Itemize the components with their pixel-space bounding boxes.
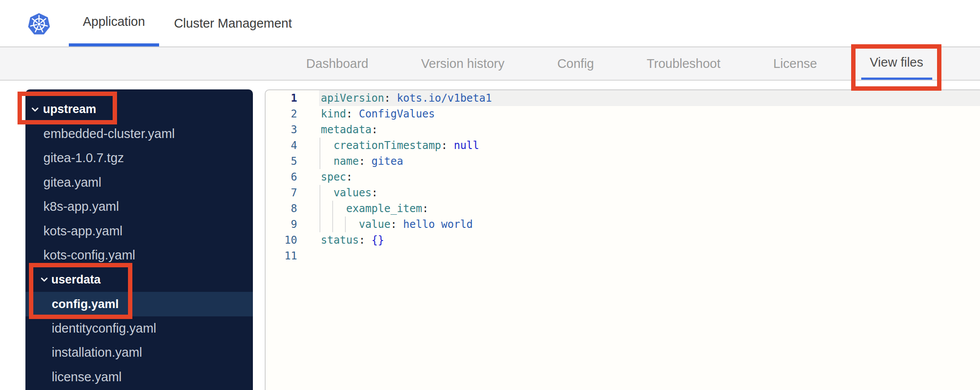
code-lines: 1 apiVersion: kots.io/v1beta1 2 kind: Co… — [266, 90, 980, 264]
indent-guide — [320, 216, 320, 232]
line-number: 10 — [266, 232, 319, 248]
tab-application[interactable]: Application — [69, 0, 159, 46]
token-colon: : — [346, 171, 352, 183]
token-key: apiVersion — [321, 92, 384, 104]
file-tree: upstream embedded-cluster.yaml gitea-1.0… — [25, 89, 253, 390]
token-key: example_item — [346, 202, 422, 215]
token-key: kind — [321, 108, 346, 120]
tree-file-label: license.yaml — [25, 370, 122, 384]
token-colon: : — [391, 218, 397, 230]
tree-file-label: gitea-1.0.7.tgz — [25, 151, 124, 165]
kubernetes-logo-icon — [28, 13, 50, 35]
subnav-item-label: Troubleshoot — [647, 57, 721, 71]
code-text: apiVersion: kots.io/v1beta1 — [319, 90, 980, 106]
code-line: 1 apiVersion: kots.io/v1beta1 — [266, 90, 980, 106]
tree-file-label: kots-config.yaml — [25, 248, 135, 262]
token-key: spec — [321, 171, 346, 183]
line-number: 5 — [266, 153, 319, 169]
code-editor[interactable]: 1 apiVersion: kots.io/v1beta1 2 kind: Co… — [265, 89, 980, 390]
tree-item-license-yaml[interactable]: license.yaml — [25, 365, 253, 390]
code-text: example_item: — [319, 201, 980, 216]
code-text: creationTimestamp: null — [319, 138, 980, 153]
token-value: hello world — [403, 218, 473, 230]
token-colon: : — [384, 92, 391, 104]
tree-file-label: gitea.yaml — [25, 175, 101, 190]
subnav-item-config[interactable]: Config — [548, 47, 603, 80]
tree-item-gitea-yaml[interactable]: gitea.yaml — [25, 170, 253, 195]
subnav-item-license[interactable]: License — [764, 47, 826, 80]
tree-item-k8s-app-yaml[interactable]: k8s-app.yaml — [25, 195, 253, 219]
code-line: 4 creationTimestamp: null — [266, 138, 980, 153]
indent-guide — [320, 185, 320, 201]
line-number: 8 — [266, 201, 319, 216]
token-key: status — [321, 234, 359, 246]
tree-item-config-yaml[interactable]: config.yaml — [25, 292, 253, 316]
tree-file-label: installation.yaml — [25, 345, 142, 360]
token-keyword: null — [454, 139, 479, 152]
token-plain — [447, 139, 454, 152]
code-line: 7 values: — [266, 185, 980, 201]
token-key: values — [334, 187, 372, 199]
code-line: 5 name: gitea — [266, 153, 980, 169]
indent-guide — [332, 201, 333, 216]
token-colon: : — [422, 202, 428, 215]
line-number: 3 — [266, 122, 319, 138]
token-colon: : — [372, 187, 378, 199]
tree-item-userdata[interactable]: userdata — [25, 268, 253, 292]
code-line: 2 kind: ConfigValues — [266, 106, 980, 122]
line-number: 7 — [266, 185, 319, 201]
subnav-item-label: License — [773, 57, 817, 71]
tree-item-kots-app-yaml[interactable]: kots-app.yaml — [25, 219, 253, 244]
line-number: 2 — [266, 106, 319, 122]
token-key: metadata — [321, 124, 372, 136]
line-number: 4 — [266, 138, 319, 153]
token-plain — [365, 155, 371, 167]
code-text: value: hello world — [319, 216, 980, 232]
tree-item-identityconfig-yaml[interactable]: identityconfig.yaml — [25, 316, 253, 341]
subnav-item-dashboard[interactable]: Dashboard — [298, 47, 377, 80]
line-number: 1 — [266, 90, 319, 106]
line-number: 6 — [266, 169, 319, 185]
token-value: kots.io/v1beta1 — [397, 92, 492, 104]
subnav-item-label: Dashboard — [306, 57, 369, 71]
code-text: metadata: — [319, 122, 980, 138]
code-line: 8 example_item: — [266, 201, 980, 216]
indent-guide — [332, 216, 333, 232]
subnav-item-label: Config — [557, 57, 594, 71]
indent-guide — [345, 216, 346, 232]
app-header: Application Cluster Management — [0, 0, 980, 47]
chevron-down-icon — [32, 107, 39, 112]
token-key: name — [334, 155, 359, 167]
token-colon: : — [441, 139, 447, 152]
app-subnav: DashboardVersion historyConfigTroublesho… — [0, 47, 980, 81]
tree-folder-label: userdata — [25, 273, 101, 287]
tree-file-label: embedded-cluster.yaml — [25, 127, 175, 141]
code-text: values: — [319, 185, 980, 201]
tree-item-installation-yaml[interactable]: installation.yaml — [25, 340, 253, 365]
subnav-item-view-files[interactable]: View files — [861, 47, 932, 80]
subnav-item-label: View files — [870, 55, 923, 70]
header-tabs: Application Cluster Management — [69, 0, 292, 46]
tab-cluster-management[interactable]: Cluster Management — [174, 0, 292, 46]
token-value: gitea — [372, 155, 403, 167]
token-plain — [352, 108, 359, 120]
tree-file-label: kots-app.yaml — [25, 224, 123, 238]
line-number: 11 — [266, 248, 319, 264]
chevron-down-icon — [41, 277, 48, 282]
code-line: 10 status: {} — [266, 232, 980, 248]
tree-item-gitea-1-0-7-tgz[interactable]: gitea-1.0.7.tgz — [25, 146, 253, 170]
tree-item-kots-config-yaml[interactable]: kots-config.yaml — [25, 243, 253, 268]
tree-item-upstream[interactable]: upstream — [25, 97, 253, 122]
indent-guide — [320, 153, 320, 169]
subnav-item-version-history[interactable]: Version history — [412, 47, 513, 80]
code-line: 6 spec: — [266, 169, 980, 185]
token-plain — [365, 234, 371, 246]
tree-item-embedded-cluster-yaml[interactable]: embedded-cluster.yaml — [25, 122, 253, 146]
code-text: status: {} — [319, 232, 980, 248]
token-value: ConfigValues — [359, 108, 435, 120]
indent-guide — [320, 138, 320, 153]
token-keyword: {} — [372, 234, 384, 246]
subnav-item-troubleshoot[interactable]: Troubleshoot — [638, 47, 729, 80]
code-line: 11 — [266, 248, 980, 264]
token-colon: : — [359, 155, 365, 167]
